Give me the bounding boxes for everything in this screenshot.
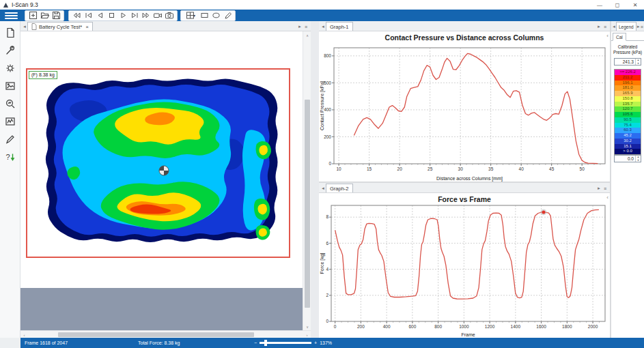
grid-layout-button[interactable]: ▾: [183, 11, 198, 20]
status-bar: Frame 1618 of 2047 Total Force: 8.38 kg …: [20, 338, 644, 348]
menu-button[interactable]: [2, 11, 20, 20]
force-label: (F) 8.38 kg: [29, 71, 57, 79]
spinner-arrows[interactable]: ▲ ▼: [635, 59, 641, 65]
tab-scroll-right-button[interactable]: ►: [596, 23, 602, 31]
tab-scroll-left-button[interactable]: ◄: [320, 23, 326, 31]
tab-scroll-right-button[interactable]: ►: [596, 184, 602, 192]
center-of-force-marker[interactable]: [159, 166, 169, 175]
selection-box[interactable]: (F) 8.38 kg: [26, 68, 290, 258]
graph1-panel: ◄ Graph-1 ► ≡ Contact Pressure vs Distan…: [319, 21, 610, 182]
play-button[interactable]: [117, 11, 128, 20]
rectangle-tool-button[interactable]: [199, 11, 210, 20]
wrench-icon: [5, 45, 16, 56]
help-download-button[interactable]: ?: [3, 151, 18, 162]
svg-text:?: ?: [5, 153, 10, 161]
zoom-analysis-button[interactable]: [3, 98, 18, 109]
min-pressure-value[interactable]: 0.0: [615, 156, 635, 161]
panel-splitter[interactable]: [311, 21, 319, 338]
tab-scroll-left-button[interactable]: ◄: [22, 23, 27, 31]
window-title: I-Scan 9.3: [12, 1, 38, 8]
save-button[interactable]: [51, 11, 61, 20]
panel-menu-button[interactable]: ≡: [641, 23, 643, 31]
wrench-tool-button[interactable]: [3, 44, 18, 56]
document-tool-button[interactable]: [3, 27, 18, 38]
max-pressure-value[interactable]: 241.3: [615, 59, 635, 64]
rewind-button[interactable]: [71, 11, 82, 20]
legend-scale-row: 60.3: [615, 128, 641, 133]
tab-battery-cycle-test[interactable]: Battery Cycle Test* ×: [27, 22, 93, 31]
svg-text:4: 4: [326, 267, 328, 272]
tab-label: Legend: [619, 25, 634, 29]
spinner-arrows[interactable]: ▲ ▼: [635, 156, 641, 162]
main-tab-bar: ◄ Battery Cycle Test* × ► ≡: [20, 21, 311, 31]
svg-text:1000: 1000: [459, 324, 469, 329]
snapshot-button[interactable]: [164, 11, 175, 20]
spin-down-icon: ▼: [636, 159, 641, 162]
frame-counter: Frame 1618 of 2047: [25, 338, 68, 348]
svg-text:800: 800: [324, 53, 331, 58]
zoom-out-button[interactable]: −: [254, 340, 257, 345]
svg-text:2: 2: [326, 293, 328, 298]
pressure-heatmap[interactable]: [27, 70, 289, 257]
tab-scroll-right-button[interactable]: ►: [297, 23, 303, 31]
fast-forward-button[interactable]: [141, 11, 152, 20]
tab-label: Graph-1: [330, 24, 349, 30]
svg-text:800: 800: [434, 324, 442, 329]
camera-icon: [165, 11, 174, 20]
zoom-in-button[interactable]: +: [314, 340, 317, 345]
tab-scroll-left-button[interactable]: ◄: [320, 184, 326, 192]
rewind-icon: [72, 11, 81, 20]
tab-cal[interactable]: Cal: [613, 33, 626, 41]
pencil-tool-button[interactable]: [222, 11, 233, 20]
svg-text:Contact Pressure [kPa]: Contact Pressure [kPa]: [320, 81, 325, 130]
zoom-slider-thumb[interactable]: [264, 340, 267, 346]
pencil-icon: [223, 11, 232, 20]
tab-close-icon[interactable]: ×: [85, 24, 89, 30]
graph2-chart[interactable]: Force vs Frame02004006008001000120014001…: [319, 193, 610, 338]
collapse-panel-button[interactable]: ‹: [606, 195, 608, 201]
tab-graph-1[interactable]: Graph-1: [326, 22, 353, 31]
gear-icon: [5, 63, 16, 74]
legend-scale-row: >= 226.2: [615, 70, 641, 75]
open-file-button[interactable]: [39, 11, 50, 20]
graph-window-button[interactable]: [3, 115, 18, 127]
horizontal-scrollbar[interactable]: ‹ ›: [20, 330, 311, 338]
collapse-panel-button[interactable]: ‹: [606, 33, 608, 39]
panel-menu-button[interactable]: ≡: [602, 184, 608, 192]
minimize-button[interactable]: —: [591, 0, 608, 10]
vertical-scrollbar-thumb[interactable]: [305, 100, 310, 308]
next-frame-icon: [130, 11, 139, 20]
legend-tab-bar: ◄ Legend ► ≡: [611, 21, 644, 31]
panel-menu-button[interactable]: ≡: [602, 23, 608, 31]
new-window-button[interactable]: [27, 11, 38, 20]
close-button[interactable]: ✕: [626, 0, 644, 10]
legend-title: Calibrated Pressure (kPa): [611, 44, 644, 55]
panel-menu-button[interactable]: ≡: [303, 23, 309, 31]
record-movie-button[interactable]: [152, 11, 163, 20]
vertical-scrollbar[interactable]: ∧ ∨: [303, 31, 311, 330]
tab-legend[interactable]: Legend: [616, 22, 636, 31]
zoom-slider[interactable]: [260, 342, 311, 344]
svg-text:1600: 1600: [536, 324, 546, 329]
legend-scale-row: 196.1: [615, 81, 641, 86]
horizontal-scrollbar-thumb[interactable]: [58, 332, 254, 337]
legend-subtab-row: Cal: [611, 32, 644, 41]
max-pressure-spinner[interactable]: 241.3 ▲ ▼: [614, 58, 641, 66]
svg-text:200: 200: [357, 324, 365, 329]
first-frame-button[interactable]: [83, 11, 94, 20]
maximize-button[interactable]: ◻: [608, 0, 626, 10]
next-frame-button[interactable]: [129, 11, 140, 20]
min-pressure-spinner[interactable]: 0.0 ▲ ▼: [614, 155, 641, 162]
ellipse-tool-button[interactable]: [210, 11, 221, 20]
image-tool-button[interactable]: [3, 80, 18, 91]
annotate-pencil-button[interactable]: [3, 133, 18, 145]
previous-frame-button[interactable]: [94, 11, 105, 20]
svg-text:10: 10: [337, 166, 342, 171]
stop-button[interactable]: [106, 11, 117, 20]
pressure-map-canvas[interactable]: (F) 8.38 kg: [20, 31, 303, 330]
settings-button[interactable]: [3, 62, 18, 74]
svg-text:1400: 1400: [511, 324, 521, 329]
spin-down-icon: ▼: [636, 62, 641, 66]
graph1-chart[interactable]: Contact Pressure vs Distance across Colu…: [319, 31, 610, 182]
tab-graph-2[interactable]: Graph-2: [326, 184, 353, 192]
